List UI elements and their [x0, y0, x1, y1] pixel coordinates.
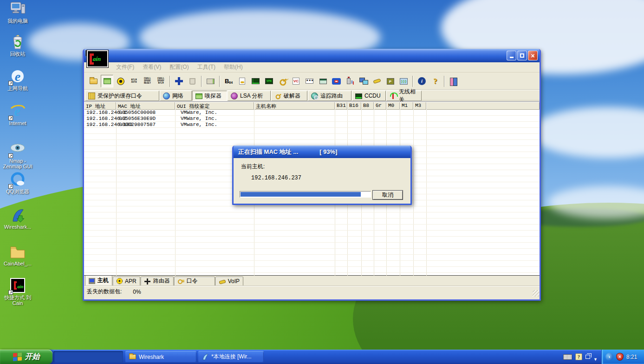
remove-icon[interactable] [186, 75, 199, 87]
recycle-bin-icon [9, 34, 26, 50]
vpn-password-icon[interactable]: VPN [263, 75, 275, 87]
wireless-scanner-icon[interactable]: ))) [397, 75, 410, 87]
column-header-ip[interactable]: IP 地址 [84, 102, 116, 110]
column-header-mac[interactable]: MAC 地址 [116, 102, 175, 110]
table-row[interactable]: 192.168.246.130 000C29807587 VMware, Inc… [84, 122, 540, 128]
tab-ccdu[interactable]: CCDU [352, 91, 386, 101]
tab-cracker[interactable]: 破解器 [271, 91, 307, 101]
open-file-icon[interactable] [87, 75, 100, 87]
column-header-hostname[interactable]: 主机名称 [254, 102, 335, 110]
column-header-b16[interactable]: B16 [347, 102, 361, 110]
start-apr-icon[interactable] [114, 75, 127, 87]
table-row[interactable]: 192.168.246.2 005056E30E9D VMWare, Inc. [84, 116, 540, 122]
desktop-icon-label: Nmap - Zenmap GUI [2, 158, 33, 169]
cisco-md5-icon[interactable] [249, 75, 262, 87]
minimize-button[interactable] [507, 51, 516, 60]
desktop-icon-nmap-zenmap[interactable]: ↗ Nmap - Zenmap GUI [2, 141, 33, 169]
menu-file[interactable]: 文件(F) [113, 62, 137, 72]
desktop-icon-web-navigation[interactable]: e ↗ 上网导航 [2, 69, 33, 91]
tab-voip[interactable]: VoIP [215, 277, 243, 285]
windows-flag-icon [13, 352, 22, 361]
folder-icon [9, 244, 26, 260]
exit-icon[interactable] [447, 75, 460, 87]
syskey-decoder-icon[interactable] [344, 75, 356, 87]
ntlm-auth-icon[interactable]: NTLM AUTH [128, 75, 140, 87]
help-icon[interactable]: ? [429, 75, 442, 87]
tab-lsa-secrets[interactable]: LSA 分析 [228, 91, 271, 101]
wireshark-fin-icon [202, 353, 208, 360]
tab-traceroute[interactable]: 追踪路由 [308, 91, 351, 101]
taskbar-notification-icons: ? ▼ [563, 350, 598, 364]
table-row[interactable]: 192.168.246.1 005056C00008 VMWare, Inc. [84, 110, 540, 116]
tab-protected-cache[interactable]: 受保护的缓存口令 [85, 91, 159, 101]
keyboard-layout-icon[interactable] [563, 354, 572, 360]
desktop-icon-internet[interactable]: e ↗ Internet [2, 104, 33, 126]
desktop: 我的电脑 回收站 e ↗ 上网导航 e ↗ Internet ↗ Nmap - … [0, 0, 644, 364]
column-header-gr[interactable]: Gr [374, 102, 386, 110]
base64-password-icon[interactable]: B64 [222, 75, 235, 87]
access-database-password-icon[interactable] [236, 75, 248, 87]
taskbar-clock[interactable]: 8:21 [626, 354, 637, 360]
tab-apr[interactable]: APR [113, 277, 140, 285]
desktop-icon-recycle-bin[interactable]: 回收站 [2, 34, 33, 57]
add-to-list-icon[interactable] [173, 75, 185, 87]
hash-calculator-icon[interactable] [317, 75, 329, 87]
start-sniffer-icon[interactable] [101, 75, 113, 87]
qq-browser-icon: ↗ [9, 172, 26, 188]
desktop-icon-qq-browser[interactable]: ↗ QQ浏览器 [2, 172, 33, 194]
desktop-icon-label: CainAbel_... [2, 261, 33, 266]
dialog-title-bar[interactable]: 正在扫描 MAC 地址 ... [ 93%] [234, 146, 410, 158]
menu-help[interactable]: 帮助(H) [221, 62, 246, 72]
chevron-down-icon[interactable]: ▼ [593, 357, 598, 362]
rsa-token-icon[interactable]: P [384, 75, 397, 87]
column-header-m1[interactable]: M1 [400, 102, 413, 110]
desktop-icon-wireshark-installer[interactable]: Wireshark... [2, 207, 33, 230]
globe-icon [163, 93, 170, 99]
configure-nic-icon[interactable] [204, 75, 217, 87]
box-revealer-icon[interactable] [371, 75, 383, 87]
tab-wireless[interactable]: 无线相关 [386, 91, 422, 101]
column-header-b8[interactable]: B8 [361, 102, 374, 110]
resize-grip[interactable] [533, 290, 539, 297]
status-bar: 丢失的数据包: 0% [84, 286, 540, 297]
column-header-m3[interactable]: M3 [413, 102, 426, 110]
ime-help-icon[interactable]: ? [575, 353, 582, 360]
maximize-button[interactable] [517, 51, 527, 60]
cancel-button[interactable]: 取消 [372, 190, 403, 200]
desktop-icon-label: 回收站 [2, 51, 33, 57]
desktop-icon-cainabel-folder[interactable]: CainAbel_... [2, 244, 33, 266]
remote-desktop-icon[interactable] [357, 75, 370, 87]
svg-text:aín: aín [17, 284, 24, 289]
tab-routing[interactable]: 路由器 [141, 277, 174, 285]
column-header-oui[interactable]: OUI 指纹鉴定 [175, 102, 254, 110]
menu-tools[interactable]: 工具(T) [194, 62, 219, 72]
menu-view[interactable]: 查看(V) [139, 62, 164, 72]
chall-spoof-reset-icon[interactable]: CHALL SPOOF RESET [141, 75, 154, 87]
cain-logo: aín [87, 50, 108, 67]
close-button[interactable]: × [528, 51, 538, 60]
taskbar-button-local-connection[interactable]: *本地连接 [Wir... [198, 351, 264, 363]
title-bar[interactable]: × [84, 49, 540, 62]
tab-passwords[interactable]: 口令 [174, 277, 215, 285]
dialup-password-icon[interactable] [276, 75, 289, 87]
language-bar-restore-icon[interactable] [585, 355, 590, 359]
chall-spoof-ntlm-icon[interactable]: CHALL SPOOF NTLM [155, 75, 167, 87]
language-bar-collapse-icon[interactable]: ‹ [605, 353, 613, 361]
start-button[interactable]: 开始 [0, 350, 52, 364]
column-header-b31[interactable]: B31 [335, 102, 347, 110]
tab-network[interactable]: 网络 [160, 91, 192, 101]
desktop-icon-cain-shortcut[interactable]: aín ↗ 快捷方式 到 Cain [2, 278, 33, 306]
table-header-row: IP 地址 MAC 地址 OUI 指纹鉴定 主机名称 B31 B16 B8 Gr… [84, 102, 540, 110]
taskbar-button-active[interactable] [53, 351, 123, 363]
column-header-m0[interactable]: M0 [386, 102, 400, 110]
cisco-type7-icon[interactable] [330, 75, 343, 87]
vnc-password-icon[interactable]: VC [290, 75, 302, 87]
menu-configure[interactable]: 配置(O) [166, 62, 192, 72]
security-alert-icon[interactable]: × [616, 353, 624, 361]
about-info-icon[interactable]: i [416, 75, 428, 87]
taskbar-button-wireshark-folder[interactable]: Wireshark [125, 351, 196, 363]
tab-sniffer[interactable]: 嗅探器 [192, 91, 227, 101]
desktop-icon-my-computer[interactable]: 我的电脑 [2, 1, 33, 24]
asterisks-password-icon[interactable]: *** [303, 75, 316, 87]
tab-hosts[interactable]: 主机 [85, 275, 112, 285]
